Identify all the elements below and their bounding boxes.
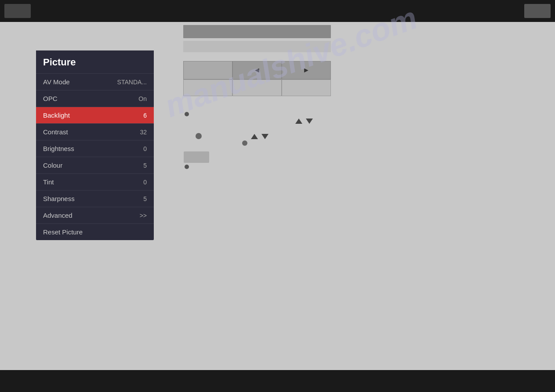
menu-item-sharpness[interactable]: Sharpness 5 bbox=[36, 190, 154, 207]
av-mode-value: STANDA... bbox=[117, 79, 147, 86]
menu-item-brightness[interactable]: Brightness 0 bbox=[36, 140, 154, 157]
menu-item-reset-picture[interactable]: Reset Picture bbox=[36, 223, 154, 240]
menu-item-colour[interactable]: Colour 5 bbox=[36, 157, 154, 173]
small-gray-button[interactable] bbox=[184, 151, 209, 163]
down-arrow-mid[interactable] bbox=[261, 134, 268, 139]
dot-indicator-2 bbox=[196, 133, 202, 139]
av-mode-label: AV Mode bbox=[43, 78, 117, 86]
up-arrow-right[interactable] bbox=[295, 119, 302, 124]
opc-value: On bbox=[138, 95, 147, 102]
colour-value: 5 bbox=[143, 162, 147, 169]
backlight-label: Backlight bbox=[43, 111, 143, 119]
advanced-label: Advanced bbox=[43, 212, 140, 219]
dot-indicator-4 bbox=[185, 165, 189, 169]
left-arrow-button[interactable]: ◄ bbox=[232, 61, 282, 79]
right-arrow-button[interactable]: ► bbox=[282, 61, 331, 79]
nav-grid-bottom bbox=[183, 79, 331, 96]
content-area: ◄ ► bbox=[183, 25, 331, 96]
menu-item-opc[interactable]: OPC On bbox=[36, 90, 154, 107]
picture-menu: Picture AV Mode STANDA... OPC On Backlig… bbox=[36, 50, 154, 240]
brightness-label: Brightness bbox=[43, 145, 143, 152]
menu-title: Picture bbox=[36, 50, 154, 73]
menu-item-tint[interactable]: Tint 0 bbox=[36, 173, 154, 190]
progress-bar-light bbox=[183, 41, 331, 52]
up-down-arrows-right bbox=[295, 119, 313, 124]
contrast-value: 32 bbox=[140, 129, 147, 136]
opc-label: OPC bbox=[43, 95, 138, 102]
backlight-value: 6 bbox=[143, 112, 147, 119]
menu-item-contrast[interactable]: Contrast 32 bbox=[36, 123, 154, 140]
sharpness-value: 5 bbox=[143, 195, 147, 202]
colour-label: Colour bbox=[43, 162, 143, 169]
advanced-value: >> bbox=[140, 212, 147, 219]
down-arrow-right[interactable] bbox=[306, 119, 313, 124]
contrast-label: Contrast bbox=[43, 128, 140, 136]
bottom-bar bbox=[0, 370, 555, 392]
up-down-arrows-mid bbox=[251, 134, 268, 139]
up-arrow-mid[interactable] bbox=[251, 134, 258, 139]
menu-item-advanced[interactable]: Advanced >> bbox=[36, 207, 154, 223]
sharpness-label: Sharpness bbox=[43, 195, 143, 202]
brightness-value: 0 bbox=[143, 145, 147, 152]
tint-label: Tint bbox=[43, 178, 143, 186]
progress-bar-dark bbox=[183, 25, 331, 38]
dot-indicator-1 bbox=[185, 112, 189, 116]
top-bar bbox=[0, 0, 555, 22]
menu-item-av-mode[interactable]: AV Mode STANDA... bbox=[36, 73, 154, 90]
tint-value: 0 bbox=[143, 179, 147, 186]
top-bar-left-button[interactable] bbox=[4, 4, 31, 18]
nav-grid-top: ◄ ► bbox=[183, 61, 331, 79]
dot-indicator-3 bbox=[242, 140, 247, 146]
reset-picture-label: Reset Picture bbox=[43, 228, 147, 236]
menu-item-backlight[interactable]: Backlight 6 bbox=[36, 107, 154, 123]
top-bar-right-button[interactable] bbox=[524, 4, 551, 18]
